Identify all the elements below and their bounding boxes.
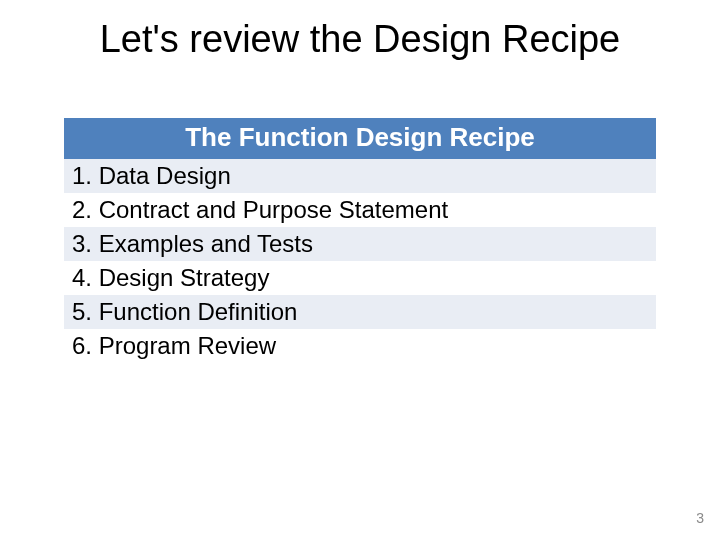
table-header-row: The Function Design Recipe [64,118,656,159]
table-row: 3. Examples and Tests [64,227,656,261]
table-row: 5. Function Definition [64,295,656,329]
recipe-table: The Function Design Recipe 1. Data Desig… [64,118,656,363]
slide-title: Let's review the Design Recipe [0,0,720,61]
slide: Let's review the Design Recipe The Funct… [0,0,720,540]
table-cell: 4. Design Strategy [64,261,656,295]
table-cell: 5. Function Definition [64,295,656,329]
table-row: 1. Data Design [64,159,656,193]
table-header-cell: The Function Design Recipe [64,118,656,159]
table-cell: 6. Program Review [64,329,656,363]
table-row: 2. Contract and Purpose Statement [64,193,656,227]
table: The Function Design Recipe 1. Data Desig… [64,118,656,363]
page-number: 3 [696,510,704,526]
table-cell: 3. Examples and Tests [64,227,656,261]
table-cell: 1. Data Design [64,159,656,193]
table-row: 4. Design Strategy [64,261,656,295]
table-row: 6. Program Review [64,329,656,363]
table-cell: 2. Contract and Purpose Statement [64,193,656,227]
